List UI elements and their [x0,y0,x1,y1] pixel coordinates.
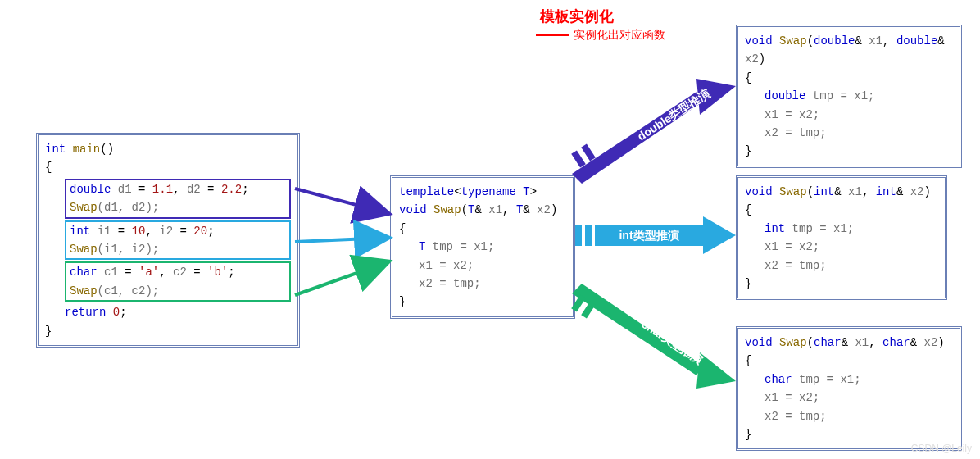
svg-marker-8 [572,284,703,375]
int-block: int i1 = 10, i2 = 20; Swap(i1, i2); [65,220,291,261]
template-sig: void Swap(T& x1, T& x2) [399,201,566,219]
svg-rect-2 [571,150,586,167]
template-decl: template<typename T> [399,183,566,201]
title-main: 模板实例化 [540,7,614,26]
svg-marker-0 [572,92,703,184]
title-line-icon [536,34,569,36]
arrow-main-to-template-char [295,262,387,295]
title-sub: 实例化出对应函数 [536,28,665,43]
svg-marker-1 [696,79,736,115]
inst-char-box: void Swap(char& x1, char& x2) { char tmp… [736,326,962,451]
svg-rect-4 [595,225,703,246]
main-signature: int main() [45,140,291,158]
svg-rect-3 [581,143,596,161]
inst-int-box: void Swap(int& x1, int& x2) { int tmp = … [736,175,947,300]
char-block: char c1 = 'a', c2 = 'b'; Swap(c1, c2); [65,261,291,302]
svg-rect-11 [581,301,596,318]
svg-marker-5 [703,216,736,254]
return-line: return 0; [65,303,291,321]
arrow-int-label: int类型推演 [619,229,678,242]
arrow-main-to-template-double [295,189,387,213]
arrow-int-deduce: int类型推演 [575,216,736,254]
svg-rect-7 [585,225,592,246]
arrow-double-label: double类型推演 [635,87,712,143]
brace-open: { [45,158,291,176]
inst-double-box: void Swap(double& x1, double& x2) { doub… [736,25,962,168]
arrow-double-deduce: double类型推演 [571,79,736,184]
svg-rect-6 [575,225,582,246]
arrow-main-to-template-int [295,238,387,242]
double-block: double d1 = 1.1, d2 = 2.2; Swap(d1, d2); [65,179,291,219]
arrow-char-deduce: char类型推演 [571,284,736,389]
main-code-box: int main() { double d1 = 1.1, d2 = 2.2; … [36,133,300,348]
title-sub-text: 实例化出对应函数 [574,28,665,41]
template-code-box: template<typename T> void Swap(T& x1, T&… [390,175,575,319]
brace-close: } [45,322,291,340]
svg-marker-9 [696,352,736,389]
watermark: CSDN @Leily [911,443,972,454]
arrow-char-label: char类型推演 [639,317,705,366]
